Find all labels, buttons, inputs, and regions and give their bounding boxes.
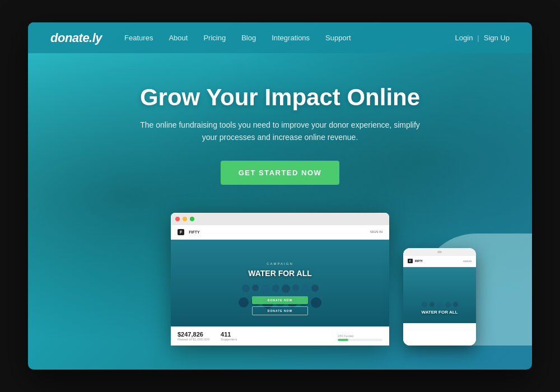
hero-section: donate.ly Features About Pricing Blog In… <box>28 22 532 370</box>
mockup-inner-nav: F FIFTY SIGN IN <box>171 225 389 240</box>
hero-title: Grow Your Impact Online <box>39 84 521 111</box>
nav-divider: | <box>477 34 479 42</box>
nav-links: Features About Pricing Blog Integrations… <box>124 34 455 42</box>
mockup-area: F FIFTY SIGN IN <box>28 213 532 346</box>
mobile-bottom <box>403 323 476 346</box>
mockup-buttons: DONATE NOW DONATE NOW <box>252 296 308 315</box>
mockup-signin: SIGN IN <box>370 230 382 234</box>
mobile-hero-image: WATER FOR ALL <box>403 267 476 323</box>
mockup-donate-btn[interactable]: DONATE NOW <box>252 296 308 304</box>
nav-login[interactable]: Login <box>455 34 473 42</box>
mobile-logo: F <box>408 259 413 263</box>
close-dot <box>175 217 180 221</box>
mobile-mockup: F FIFTY SIGN IN WA <box>403 248 476 346</box>
nav-integrations[interactable]: Integrations <box>272 34 310 42</box>
nav-support[interactable]: Support <box>325 34 351 42</box>
nav-features[interactable]: Features <box>124 34 153 42</box>
amount-value: $247,826 <box>178 331 209 338</box>
navigation: donate.ly Features About Pricing Blog In… <box>28 22 532 53</box>
mobile-brand: FIFTY <box>415 259 423 263</box>
hero-content: Grow Your Impact Online The online fundr… <box>28 53 532 202</box>
progress-label: 24% Funded <box>338 334 382 338</box>
supporters-value: 411 <box>221 331 237 338</box>
mobile-campaign-title: WATER FOR ALL <box>422 310 458 315</box>
maximize-dot <box>190 217 194 221</box>
desktop-mockup: F FIFTY SIGN IN <box>171 213 389 346</box>
mobile-nav: F FIFTY SIGN IN <box>403 256 476 267</box>
mobile-top-bar <box>403 248 476 256</box>
mobile-image-overlay <box>403 267 476 323</box>
logo[interactable]: donate.ly <box>50 31 102 45</box>
mockup-logo: F <box>178 229 184 235</box>
mockup-learn-btn[interactable]: DONATE NOW <box>252 306 308 315</box>
browser-window: donate.ly Features About Pricing Blog In… <box>28 22 532 370</box>
minimize-dot <box>183 217 187 221</box>
nav-auth: Login | Sign Up <box>455 34 510 42</box>
nav-signup[interactable]: Sign Up <box>484 34 510 42</box>
mobile-crowd <box>403 301 476 309</box>
mockup-campaign-label: CAMPAIGN <box>267 262 293 265</box>
nav-pricing[interactable]: Pricing <box>203 34 226 42</box>
amount-stat: $247,826 Raised of $1,000,000 <box>178 331 209 341</box>
supporters-label: Supporters <box>221 338 237 341</box>
progress-area: 24% Funded <box>338 334 382 341</box>
progress-fill <box>338 339 348 341</box>
nav-blog[interactable]: Blog <box>241 34 256 42</box>
amount-label: Raised of $1,000,000 <box>178 338 209 341</box>
progress-bar <box>338 339 382 341</box>
mockup-stats: $247,826 Raised of $1,000,000 411 Suppor… <box>171 326 389 346</box>
mobile-camera <box>437 251 442 253</box>
mockup-titlebar <box>171 213 389 225</box>
nav-about[interactable]: About <box>169 34 188 42</box>
mockup-brand: FIFTY <box>189 230 199 234</box>
cta-button[interactable]: GET STARTED NOW <box>221 161 340 185</box>
hero-subtitle: The online fundraising tools you need to… <box>140 119 420 144</box>
mockup-hero-image: CAMPAIGN WATER FOR ALL DONATE NOW DONATE… <box>171 240 389 326</box>
supporters-stat: 411 Supporters <box>221 331 237 341</box>
mobile-signin: SIGN IN <box>463 260 472 263</box>
mockup-campaign-title: WATER FOR ALL <box>248 269 312 278</box>
